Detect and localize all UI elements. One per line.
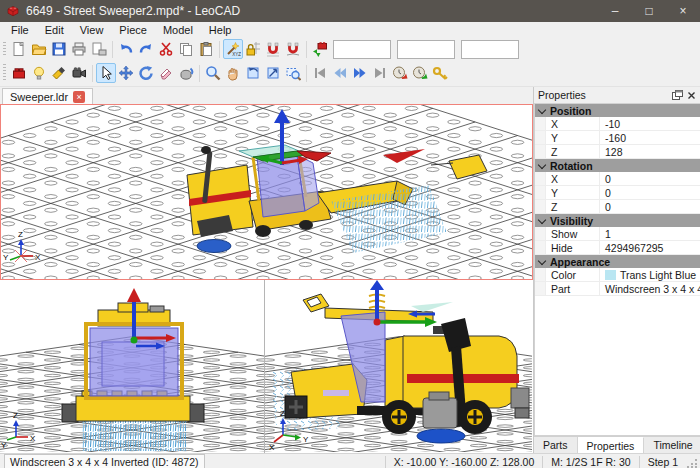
last-step-button[interactable] (370, 63, 390, 83)
move-snap-xyz-button[interactable]: XYZ (223, 39, 243, 59)
snap-rotate-button[interactable] (283, 39, 303, 59)
print-preview-icon (91, 41, 107, 57)
chevron-down-icon (538, 215, 546, 223)
toolbar-separator (306, 41, 307, 58)
copy-button[interactable] (176, 39, 196, 59)
menu-help[interactable]: Help (201, 23, 240, 37)
rotate-view-button[interactable] (243, 63, 263, 83)
roll-button[interactable] (263, 63, 283, 83)
delete-tool-button[interactable] (156, 63, 176, 83)
property-value[interactable]: 4294967295 (600, 241, 700, 254)
time-forward-button[interactable] (410, 63, 430, 83)
main-viewport[interactable]: Z Y X (0, 104, 533, 280)
lock-axes-button[interactable] (243, 39, 263, 59)
toolbar-grip[interactable] (3, 64, 6, 82)
move-tool-icon (118, 65, 134, 81)
save-file-button[interactable] (49, 39, 69, 59)
time-backward-button[interactable] (390, 63, 410, 83)
redo-icon (138, 41, 154, 57)
document-tab[interactable]: Sweeper.ldr × (2, 88, 93, 104)
relative-transform-button[interactable] (310, 39, 330, 59)
property-value-text: 0 (605, 201, 611, 213)
first-step-button[interactable] (310, 63, 330, 83)
section-position[interactable]: Position (535, 104, 700, 117)
row-indent (535, 200, 546, 213)
row-indent (535, 268, 546, 281)
property-value[interactable]: -160 (600, 131, 700, 144)
paint-tool-button[interactable] (176, 63, 196, 83)
front-viewport[interactable]: Z X Y (0, 280, 265, 453)
transform-x-input[interactable] (333, 40, 391, 59)
open-file-button[interactable] (29, 39, 49, 59)
camera-button[interactable] (69, 63, 89, 83)
save-file-icon (51, 41, 67, 57)
property-value[interactable]: Windscreen 3 x 4 x 4 Inve... (600, 282, 700, 295)
paste-icon (198, 41, 214, 57)
rotate-tool-button[interactable] (136, 63, 156, 83)
maximize-button[interactable]: □ (632, 0, 666, 22)
tab-close-icon[interactable]: × (73, 91, 85, 103)
print-preview-button[interactable] (89, 39, 109, 59)
previous-step-icon (332, 65, 348, 81)
undo-icon (118, 41, 134, 57)
property-value[interactable]: 1 (600, 227, 700, 240)
axis-z-label: Z (13, 411, 18, 420)
print-button[interactable] (69, 39, 89, 59)
next-step-button[interactable] (350, 63, 370, 83)
select-button[interactable] (96, 63, 116, 83)
section-visibility[interactable]: Visibility (535, 214, 700, 227)
transform-z-input[interactable] (461, 40, 519, 59)
tab-timeline[interactable]: Timeline (644, 437, 700, 453)
property-value-text: 0 (605, 173, 611, 185)
menu-view[interactable]: View (72, 23, 112, 37)
property-row-part: PartWindscreen 3 x 4 x 4 Inve... (535, 282, 700, 296)
tools-toolbar (0, 60, 700, 87)
cut-button[interactable] (156, 39, 176, 59)
side-viewport[interactable]: Z X Y (265, 280, 533, 453)
property-label: X (546, 172, 600, 185)
pan-tool-button[interactable] (223, 63, 243, 83)
resize-grip[interactable] (686, 456, 698, 468)
lock-axes-icon (245, 41, 261, 57)
last-step-icon (372, 65, 388, 81)
property-value[interactable]: Trans Light Blue (600, 268, 700, 281)
transform-y-input[interactable] (397, 40, 455, 59)
close-panel-icon[interactable] (687, 91, 696, 100)
toolbar-separator (112, 41, 113, 58)
property-value[interactable]: 0 (600, 200, 700, 213)
previous-step-button[interactable] (330, 63, 350, 83)
move-tool-button[interactable] (116, 63, 136, 83)
snap-move-button[interactable] (263, 39, 283, 59)
paste-button[interactable] (196, 39, 216, 59)
menu-edit[interactable]: Edit (37, 23, 72, 37)
float-panel-icon[interactable] (672, 90, 683, 100)
section-appearance[interactable]: Appearance (535, 255, 700, 268)
lock-key-button[interactable] (430, 63, 450, 83)
property-value-text: 128 (605, 146, 623, 158)
axis-x-label: X (35, 253, 41, 262)
tab-properties[interactable]: Properties (578, 437, 645, 453)
row-indent (535, 186, 546, 199)
menu-model[interactable]: Model (155, 23, 201, 37)
section-rotation[interactable]: Rotation (535, 159, 700, 172)
zoom-region-button[interactable] (283, 63, 303, 83)
spotlight-button[interactable] (49, 63, 69, 83)
menu-file[interactable]: File (3, 23, 37, 37)
light-button[interactable] (29, 63, 49, 83)
property-value[interactable]: 0 (600, 186, 700, 199)
property-value[interactable]: -10 (600, 117, 700, 130)
menu-piece[interactable]: Piece (111, 23, 155, 37)
minimize-button[interactable]: – (598, 0, 632, 22)
zoom-tool-button[interactable] (203, 63, 223, 83)
new-file-button[interactable] (9, 39, 29, 59)
insert-piece-button[interactable] (9, 63, 29, 83)
delete-tool-icon (158, 65, 174, 81)
property-label: Y (546, 131, 600, 144)
property-value[interactable]: 128 (600, 145, 700, 158)
close-button[interactable]: × (666, 0, 700, 22)
redo-button[interactable] (136, 39, 156, 59)
tab-parts[interactable]: Parts (534, 437, 578, 453)
undo-button[interactable] (116, 39, 136, 59)
property-value[interactable]: 0 (600, 172, 700, 185)
toolbar-grip[interactable] (3, 42, 6, 56)
